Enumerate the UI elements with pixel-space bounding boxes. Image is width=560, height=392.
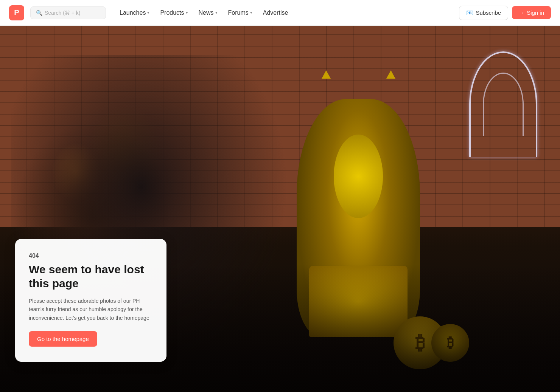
nav-products-label: Products [160,9,184,16]
nav-item-news[interactable]: News ▾ [194,6,222,19]
nav-advertise-label: Advertise [263,9,288,16]
hero-section: ₿ ₿ 404 We seem to have lost this page P… [0,0,560,392]
signin-label: Sign in [527,9,544,16]
chevron-down-icon: ▾ [215,10,218,15]
error-description: Please accept these adorable photos of o… [29,297,153,322]
nav-right: 📧 Subscribe → Sign in [459,6,551,20]
homepage-button-label: Go to the homepage [37,336,89,342]
nav-item-launches[interactable]: Launches ▾ [115,6,154,19]
logo-letter: P [14,8,19,17]
go-to-homepage-button[interactable]: Go to the homepage [29,331,97,347]
chevron-down-icon: ▾ [147,10,149,15]
neon-sign [469,51,537,157]
signin-icon: → [519,9,524,16]
nav-news-label: News [199,9,214,16]
chevron-down-icon: ▾ [250,10,252,15]
nav-item-advertise[interactable]: Advertise [258,6,293,19]
search-bar[interactable]: 🔍 Search (⌘ + k) [30,6,106,19]
search-placeholder: Search (⌘ + k) [45,10,81,16]
chevron-down-icon: ▾ [186,10,188,15]
subscribe-icon: 📧 [466,9,473,16]
navbar: P 🔍 Search (⌘ + k) Launches ▾ Products ▾… [0,0,560,26]
error-title: We seem to have lost this page [29,262,153,291]
nav-links: Launches ▾ Products ▾ News ▾ Forums ▾ Ad… [115,6,456,19]
error-card: 404 We seem to have lost this page Pleas… [15,239,166,362]
search-icon: 🔍 [36,10,42,16]
logo[interactable]: P [9,5,24,20]
subscribe-button[interactable]: 📧 Subscribe [459,6,508,20]
signin-button[interactable]: → Sign in [512,6,551,19]
nav-item-forums[interactable]: Forums ▾ [224,6,257,19]
nav-launches-label: Launches [120,9,146,16]
subscribe-label: Subscribe [476,9,501,16]
nav-forums-label: Forums [228,9,249,16]
nav-item-products[interactable]: Products ▾ [156,6,192,19]
error-code: 404 [29,253,153,259]
